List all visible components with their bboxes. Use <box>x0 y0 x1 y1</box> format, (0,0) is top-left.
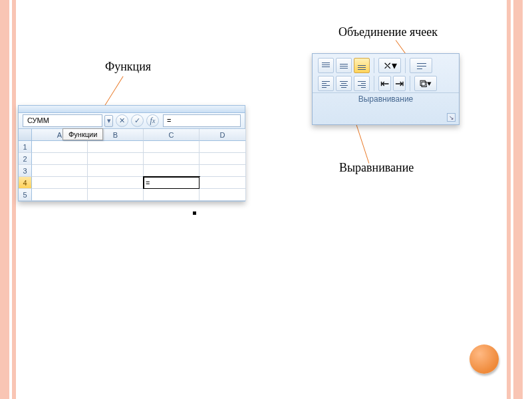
caption-function: Функция <box>105 60 151 74</box>
insert-function-icon[interactable]: fx <box>146 114 159 127</box>
excel-fragment: СУММ ▾ ✕ ✓ fx = A B C D 1 2 3 4 = 5 <box>18 105 245 201</box>
align-bottom-icon[interactable] <box>354 58 370 73</box>
orientation-icon[interactable]: ⤬▾ <box>378 58 401 73</box>
slide-number-dot <box>469 344 499 374</box>
merge-center-icon[interactable]: ⧉▾ <box>414 76 437 91</box>
cell-b4[interactable] <box>88 177 144 189</box>
ribbon-group-title: Выравнивание <box>313 92 459 106</box>
cancel-formula-icon[interactable]: ✕ <box>116 114 128 127</box>
align-left-icon[interactable] <box>318 76 334 91</box>
cell-b5[interactable] <box>88 189 144 201</box>
cell-c3[interactable] <box>144 165 200 177</box>
deco-bar-right-1 <box>513 0 523 399</box>
deco-bar-left-1 <box>0 0 9 399</box>
select-all-corner[interactable] <box>19 129 32 141</box>
wrap-text-icon[interactable] <box>410 58 432 73</box>
cell-c5[interactable] <box>144 189 200 201</box>
cell-c1[interactable] <box>144 141 200 153</box>
align-top-icon[interactable] <box>318 58 334 73</box>
cell-d5[interactable] <box>200 189 246 201</box>
row-header-5[interactable]: 5 <box>19 189 32 201</box>
caption-alignment: Выравнивание <box>339 161 414 175</box>
deco-bar-right-2 <box>507 0 511 399</box>
col-header-d[interactable]: D <box>200 129 246 141</box>
cell-c4-active[interactable]: = <box>144 177 200 189</box>
align-right-icon[interactable] <box>354 76 370 91</box>
cell-c2[interactable] <box>144 153 200 165</box>
cell-a1[interactable] <box>32 141 88 153</box>
separator-icon <box>405 58 406 73</box>
cell-b2[interactable] <box>88 153 144 165</box>
separator-icon <box>374 58 374 73</box>
excel-titlebar-strip <box>18 105 245 113</box>
excel-formula-row: СУММ ▾ ✕ ✓ fx = <box>18 113 245 129</box>
functions-tooltip: Функции <box>63 128 103 140</box>
ribbon-row-2: ⇤ ⇥ ⧉▾ <box>313 74 459 92</box>
caption-merge: Объединение ячеек <box>338 25 438 39</box>
fill-handle[interactable] <box>193 211 196 215</box>
name-box[interactable]: СУММ <box>23 114 102 127</box>
spreadsheet-grid[interactable]: A B C D 1 2 3 4 = 5 <box>18 129 245 201</box>
slide-canvas: Функция Объединение ячеек Выравнивание С… <box>0 0 532 399</box>
cell-d3[interactable] <box>200 165 246 177</box>
cell-a5[interactable] <box>32 189 88 201</box>
cell-a4[interactable] <box>32 177 88 189</box>
align-center-icon[interactable] <box>336 76 352 91</box>
col-header-c[interactable]: C <box>144 129 200 141</box>
decrease-indent-icon[interactable]: ⇤ <box>378 76 391 91</box>
row-header-4[interactable]: 4 <box>19 177 32 189</box>
cell-b1[interactable] <box>88 141 144 153</box>
enter-formula-icon[interactable]: ✓ <box>131 114 144 127</box>
ribbon-alignment-group: ⤬▾ ⇤ ⇥ ⧉▾ Выравнивание ↘ <box>312 53 460 125</box>
increase-indent-icon[interactable]: ⇥ <box>393 76 406 91</box>
separator-icon <box>410 76 410 91</box>
cell-d2[interactable] <box>200 153 246 165</box>
cell-a3[interactable] <box>32 165 88 177</box>
deco-bar-left-2 <box>12 0 16 399</box>
row-header-1[interactable]: 1 <box>19 141 32 153</box>
formula-bar[interactable]: = <box>163 114 241 127</box>
align-middle-icon[interactable] <box>336 58 352 73</box>
cell-b3[interactable] <box>88 165 144 177</box>
name-box-dropdown[interactable]: ▾ <box>104 115 113 127</box>
separator-icon <box>374 76 374 91</box>
cell-d1[interactable] <box>200 141 246 153</box>
ribbon-row-1: ⤬▾ <box>313 54 459 74</box>
cell-a2[interactable] <box>32 153 88 165</box>
dialog-launcher-icon[interactable]: ↘ <box>447 113 456 122</box>
row-header-3[interactable]: 3 <box>19 165 32 177</box>
cell-d4[interactable] <box>200 177 246 189</box>
row-header-2[interactable]: 2 <box>19 153 32 165</box>
